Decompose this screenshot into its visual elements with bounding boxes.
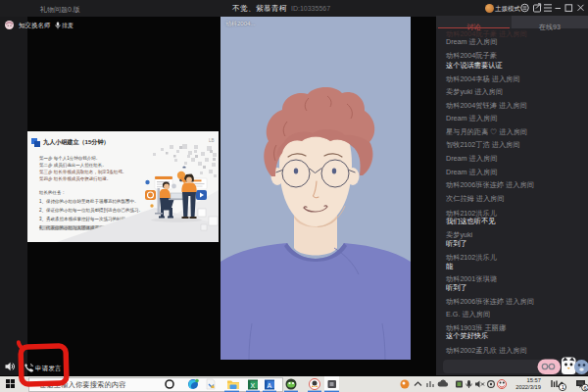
svg-text:X: X: [251, 382, 256, 389]
svg-text:A: A: [268, 382, 272, 389]
